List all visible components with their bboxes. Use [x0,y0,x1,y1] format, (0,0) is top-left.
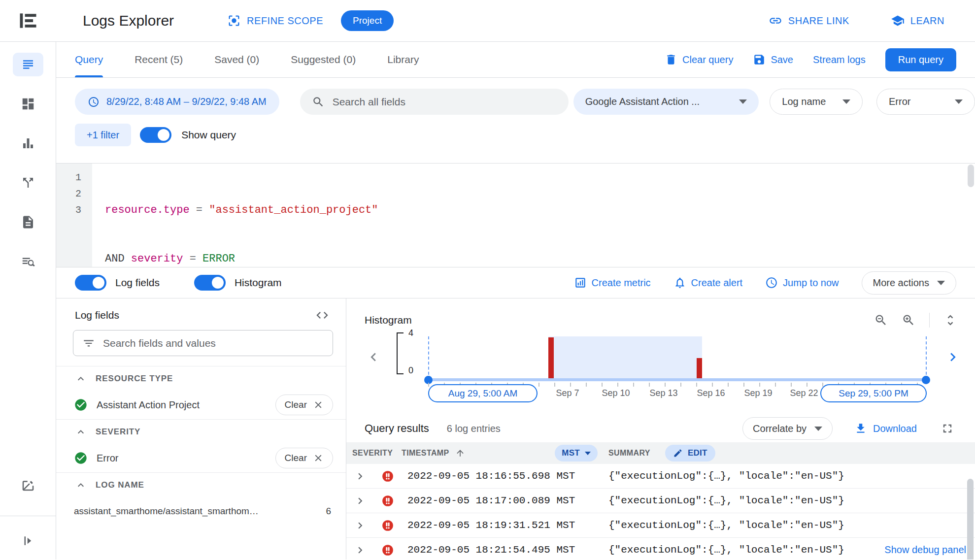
correlate-by-dropdown[interactable]: Correlate by [742,417,833,440]
scan-frame-icon [227,14,241,28]
tab-library[interactable]: Library [387,42,419,77]
severity-item: Error Clear [56,444,346,472]
save-icon [753,53,766,66]
query-editor[interactable]: 1 2 3 resource.type = "assistant_action_… [56,163,975,267]
expand-row-chevron[interactable] [354,544,367,557]
stream-logs-button[interactable]: Stream logs [813,54,866,66]
severity-filter-dropdown[interactable]: Error [876,89,975,115]
expand-histogram-button[interactable] [943,313,957,327]
log-entry-row[interactable]: 2022-09-05 18:16:55.698 MST {"executionL… [346,464,975,489]
sidebar-item-feedback[interactable] [13,473,43,497]
log-name-filter-dropdown[interactable]: Log name [770,89,863,115]
create-alert-button[interactable]: Create alert [673,276,743,289]
zoom-in-button[interactable] [902,313,915,327]
histogram-bar[interactable] [548,337,554,380]
log-timestamp: 2022-09-05 18:16:55.698 MST [402,470,608,482]
log-timestamp: 2022-09-05 18:17:00.089 MST [402,495,608,506]
save-label: Save [771,54,793,66]
download-button[interactable]: Download [854,422,917,435]
clear-resource-filter-button[interactable]: Clear [275,395,333,415]
cloud-logging-logo [0,10,56,32]
histogram-selection-region[interactable] [548,336,702,380]
refine-scope-button[interactable]: REFINE SCOPE [227,14,323,28]
log-timestamp: 2022-09-05 18:19:31.521 MST [402,520,608,531]
section-resource-type[interactable]: RESOURCE TYPE [56,366,346,391]
sidebar-item-log-router[interactable] [13,171,43,195]
fullscreen-results-button[interactable] [941,422,954,435]
axis-tick-label: Sep 7 [556,388,579,398]
dashboard-icon [21,97,35,111]
time-range-filter-chip[interactable]: 8/29/22, 8:48 AM – 9/29/22, 9:48 AM [75,89,279,115]
clear-severity-filter-button[interactable]: Clear [275,448,333,468]
expand-row-chevron[interactable] [354,470,367,483]
learn-button[interactable]: LEARN [891,14,944,28]
section-log-name[interactable]: LOG NAME [56,472,346,497]
histogram-pan-right-button[interactable] [944,349,961,365]
fields-search-input[interactable] [103,337,324,349]
jump-to-now-button[interactable]: Jump to now [765,276,839,289]
log-fields-toggle[interactable] [75,275,106,291]
axis-tick-label: Sep 13 [649,388,677,398]
histogram-toggle[interactable] [194,275,226,291]
range-start-pill[interactable]: Aug 29, 5:00 AM [428,384,538,402]
split-arrows-icon [21,175,35,190]
trash-icon [665,53,677,66]
clear-query-button[interactable]: Clear query [665,53,733,66]
query-editor-code[interactable]: resource.type = "assistant_action_projec… [92,164,975,267]
search-all-fields-box[interactable] [300,89,569,115]
histogram-toggle-label: Histogram [235,277,282,289]
search-all-fields-input[interactable] [333,96,557,108]
create-alert-label: Create alert [691,277,743,289]
zoom-out-button[interactable] [874,313,888,327]
time-range-slider-track[interactable] [428,378,927,381]
chevron-right-icon [944,349,961,365]
show-debug-panel-link[interactable]: Show debug panel [879,542,967,558]
tab-saved[interactable]: Saved (0) [214,42,259,77]
project-scope-badge[interactable]: Project [341,10,394,31]
tab-recent[interactable]: Recent (5) [134,42,183,77]
share-link-button[interactable]: SHARE LINK [769,14,849,28]
timezone-label: MST [562,448,580,458]
clock-icon [765,276,778,289]
filter-bar: 8/29/22, 8:48 AM – 9/29/22, 9:48 AM Goog… [56,78,975,154]
log-entry-row[interactable]: 2022-09-05 18:17:00.089 MST {"executionL… [346,489,975,513]
sidebar-item-log-analytics[interactable] [13,250,43,273]
log-name-item[interactable]: assistant_smarthome/assistant_smarthom… … [56,497,346,526]
timezone-dropdown[interactable]: MST [555,445,598,461]
additional-filter-chip[interactable]: +1 filter [75,124,131,146]
logs-explorer-page: Logs Explorer REFINE SCOPE Project SHARE… [0,0,975,560]
range-end-pill[interactable]: Sep 29, 5:00 PM [820,384,927,402]
column-summary: SUMMARY [608,449,650,458]
resource-type-value: Assistant Action Project [97,399,267,411]
sidebar-collapse-toggle[interactable] [13,529,43,553]
expand-row-chevron[interactable] [354,519,367,532]
sort-ascending-icon[interactable] [455,448,465,458]
code-brackets-icon[interactable] [315,308,329,322]
fields-search-box[interactable] [73,330,333,356]
show-query-toggle[interactable] [140,127,171,143]
resource-filter-dropdown[interactable]: Google Assistant Action ... [573,89,759,115]
editor-scrollbar[interactable] [968,165,974,187]
save-query-button[interactable]: Save [753,53,793,66]
expand-row-chevron[interactable] [354,494,367,507]
sidebar-item-log-metrics[interactable] [13,132,43,155]
sidebar-item-logs-explorer[interactable] [13,53,43,76]
tab-suggested[interactable]: Suggested (0) [291,42,356,77]
log-entry-row[interactable]: 2022-09-05 18:19:31.521 MST {"executionL… [346,513,975,538]
sidebar-item-logs-dashboard[interactable] [13,92,43,116]
tab-query[interactable]: Query [75,42,103,77]
chevron-up-icon [75,373,87,385]
query-line: AND severity = ERROR [105,251,975,267]
histogram-bar[interactable] [697,358,702,380]
section-severity[interactable]: SEVERITY [56,419,346,444]
histogram-pan-left-button[interactable] [365,349,382,365]
run-query-button[interactable]: Run query [885,48,956,71]
create-metric-button[interactable]: Create metric [574,276,651,289]
y-axis-bracket [397,332,403,374]
results-scrollbar[interactable] [967,479,974,560]
sidebar-item-log-storage[interactable] [13,210,43,234]
document-icon [21,215,35,230]
more-actions-dropdown[interactable]: More actions [862,271,957,295]
edit-summary-button[interactable]: EDIT [665,445,715,461]
filter-list-icon [82,337,95,350]
